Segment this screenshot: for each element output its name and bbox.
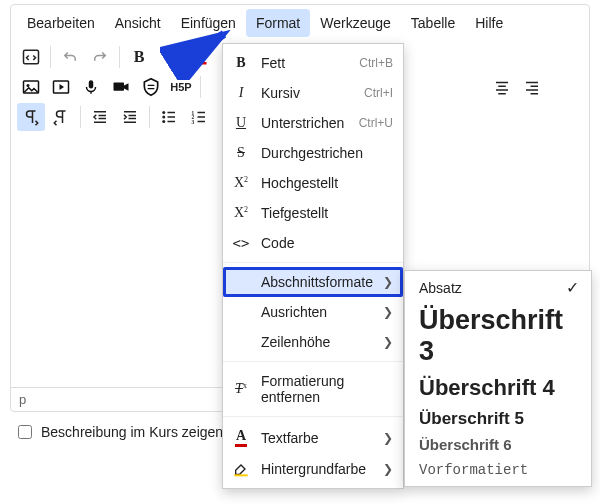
menu-item-clear-format[interactable]: Tx Formatierung entfernen	[223, 366, 403, 412]
indent-button[interactable]	[116, 103, 144, 131]
svg-rect-0	[24, 50, 39, 64]
svg-rect-6	[89, 80, 94, 88]
menu-item-lineheight[interactable]: Zeilenhöhe ❯	[223, 327, 403, 357]
textcolor-icon: A	[231, 428, 251, 447]
submenu-label: Überschrift 5	[419, 409, 579, 429]
menu-label: Ausrichten	[261, 304, 373, 320]
submenu-item-h3[interactable]: Überschrift 3	[405, 301, 591, 371]
submenu-item-absatz[interactable]: Absatz ✓	[405, 275, 591, 301]
menu-label: Durchgestrichen	[261, 145, 393, 161]
video-button[interactable]	[107, 73, 135, 101]
code-icon: <>	[231, 235, 251, 251]
italic-icon: I	[231, 85, 251, 101]
bullet-list-button[interactable]	[155, 103, 183, 131]
submenu-item-pre[interactable]: Vorformatiert	[405, 458, 591, 482]
menu-label: Code	[261, 235, 393, 251]
image-button[interactable]	[17, 73, 45, 101]
media-button[interactable]	[47, 73, 75, 101]
subscript-icon: X2	[231, 205, 251, 221]
show-description-label: Beschreibung im Kurs zeigen	[41, 424, 223, 440]
menu-item-italic[interactable]: I Kursiv Ctrl+I	[223, 78, 403, 108]
redo-button[interactable]	[86, 43, 114, 71]
submenu-item-h6[interactable]: Überschrift 6	[405, 432, 591, 457]
strike-icon: S	[231, 145, 251, 161]
text-color-button[interactable]: A	[185, 43, 213, 71]
source-code-button[interactable]	[17, 43, 45, 71]
menu-item-bgcolor[interactable]: Hintergrundfarbe ❯	[223, 454, 403, 484]
menu-format[interactable]: Format	[246, 9, 310, 37]
submenu-label: Vorformatiert	[419, 462, 579, 478]
chevron-right-icon: ❯	[383, 275, 393, 289]
rtl-button[interactable]	[47, 103, 75, 131]
menu-tabelle[interactable]: Tabelle	[401, 9, 465, 37]
submenu-label: Absatz	[419, 280, 566, 296]
menu-item-textcolor[interactable]: A Textfarbe ❯	[223, 421, 403, 454]
svg-rect-7	[114, 83, 125, 91]
menu-label: Hochgestellt	[261, 175, 393, 191]
svg-point-10	[162, 120, 165, 123]
menu-label: Formatierung entfernen	[261, 373, 393, 405]
menu-item-blocks[interactable]: Abschnittsformate ❯	[223, 267, 403, 297]
clear-format-icon: Tx	[231, 381, 251, 397]
svg-text:3: 3	[192, 119, 195, 125]
submenu-item-h5[interactable]: Überschrift 5	[405, 405, 591, 433]
undo-button[interactable]	[56, 43, 84, 71]
submenu-label: Überschrift 4	[419, 375, 579, 400]
svg-rect-2	[192, 62, 207, 65]
number-list-button[interactable]: 123	[185, 103, 213, 131]
underline-icon: U	[231, 115, 251, 131]
menu-shortcut: Ctrl+U	[359, 116, 393, 130]
svg-point-8	[162, 111, 165, 114]
blocks-submenu: Absatz ✓ Überschrift 3 Überschrift 4 Übe…	[404, 270, 592, 487]
submenu-label: Überschrift 6	[419, 436, 579, 453]
bold-icon: B	[231, 55, 251, 71]
menu-bearbeiten[interactable]: Bearbeiten	[17, 9, 105, 37]
align-center-button[interactable]	[488, 73, 516, 101]
svg-rect-15	[234, 474, 247, 476]
show-description-checkbox[interactable]	[18, 425, 32, 439]
menu-shortcut: Ctrl+B	[359, 56, 393, 70]
menu-shortcut: Ctrl+I	[364, 86, 393, 100]
chevron-right-icon: ❯	[383, 305, 393, 319]
menu-label: Abschnittsformate	[261, 274, 373, 290]
superscript-icon: X2	[231, 175, 251, 191]
mic-button[interactable]	[77, 73, 105, 101]
bold-button[interactable]: B	[125, 43, 153, 71]
align-right-button[interactable]	[518, 73, 546, 101]
menu-ansicht[interactable]: Ansicht	[105, 9, 171, 37]
menu-label: Fett	[261, 55, 349, 71]
chevron-right-icon: ❯	[383, 462, 393, 476]
format-menu: B Fett Ctrl+B I Kursiv Ctrl+I U Unterstr…	[222, 43, 404, 489]
submenu-item-h4[interactable]: Überschrift 4	[405, 371, 591, 404]
menu-item-subscript[interactable]: X2 Tiefgestellt	[223, 198, 403, 228]
menu-hilfe[interactable]: Hilfe	[465, 9, 513, 37]
svg-point-9	[162, 116, 165, 119]
menu-label: Hintergrundfarbe	[261, 461, 373, 477]
statusbar-path[interactable]: p	[19, 392, 26, 407]
menu-einfuegen[interactable]: Einfügen	[171, 9, 246, 37]
menu-item-superscript[interactable]: X2 Hochgestellt	[223, 168, 403, 198]
menu-item-underline[interactable]: U Unterstrichen Ctrl+U	[223, 108, 403, 138]
check-icon: ✓	[566, 279, 579, 297]
files-button[interactable]	[137, 73, 165, 101]
chevron-right-icon: ❯	[383, 335, 393, 349]
menu-item-code[interactable]: <> Code	[223, 228, 403, 258]
menu-label: Kursiv	[261, 85, 354, 101]
menu-label: Unterstrichen	[261, 115, 349, 131]
ltr-button[interactable]	[17, 103, 45, 131]
submenu-label: Überschrift 3	[419, 305, 579, 367]
chevron-right-icon: ❯	[383, 431, 393, 445]
bgcolor-icon	[231, 461, 251, 477]
h5p-button[interactable]: H5P	[167, 73, 195, 101]
svg-point-4	[27, 84, 30, 87]
menubar: Bearbeiten Ansicht Einfügen Format Werkz…	[11, 5, 589, 37]
menu-label: Tiefgestellt	[261, 205, 393, 221]
menu-werkzeuge[interactable]: Werkzeuge	[310, 9, 401, 37]
menu-label: Zeilenhöhe	[261, 334, 373, 350]
svg-text:A: A	[194, 49, 203, 63]
menu-item-strike[interactable]: S Durchgestrichen	[223, 138, 403, 168]
outdent-button[interactable]	[86, 103, 114, 131]
menu-item-align[interactable]: Ausrichten ❯	[223, 297, 403, 327]
italic-button[interactable]: I	[155, 43, 183, 71]
menu-item-bold[interactable]: B Fett Ctrl+B	[223, 48, 403, 78]
